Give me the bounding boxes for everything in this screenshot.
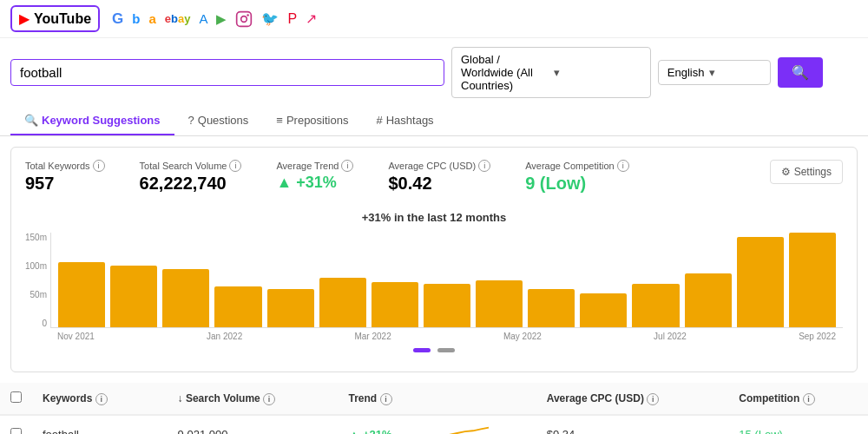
svg-rect-0 bbox=[237, 11, 252, 26]
chart-bar bbox=[685, 273, 732, 327]
chart-bar bbox=[110, 266, 157, 327]
tabs-bar: 🔍 Keyword Suggestions ? Questions ≡ Prep… bbox=[0, 107, 868, 136]
search-input[interactable] bbox=[20, 65, 435, 80]
tab-prepositions[interactable]: ≡ Prepositions bbox=[262, 107, 362, 135]
playstore-icon[interactable]: ▶ bbox=[216, 11, 227, 27]
instagram-icon[interactable] bbox=[235, 10, 253, 28]
bing-icon[interactable]: b bbox=[132, 11, 140, 26]
twitter-icon[interactable]: 🐦 bbox=[261, 10, 279, 27]
location-dropdown-icon: ▾ bbox=[554, 66, 641, 79]
chart-legend-dots bbox=[25, 348, 843, 352]
google-icon[interactable]: G bbox=[112, 10, 123, 28]
row-checkbox-input-0[interactable] bbox=[10, 428, 22, 435]
svg-point-1 bbox=[241, 16, 247, 22]
average-competition-stat: Average Competition i 9 (Low) bbox=[525, 160, 629, 194]
total-keywords-value: 957 bbox=[25, 174, 105, 194]
settings-gear-icon: ⚙ bbox=[781, 166, 791, 178]
total-keywords-info[interactable]: i bbox=[93, 160, 105, 172]
search-volume-col-info[interactable]: i bbox=[263, 393, 275, 405]
table-row: football 9,021,000 ▲ +21% $0.34 15 (Low) bbox=[0, 415, 868, 434]
average-cpc-value: $0.42 bbox=[388, 174, 490, 194]
total-search-volume-info[interactable]: i bbox=[229, 160, 241, 172]
chart-bars bbox=[50, 233, 843, 328]
tab-questions[interactable]: ? Questions bbox=[174, 107, 263, 135]
chart-body: Nov 2021 Jan 2022 Mar 2022 May 2022 Jul … bbox=[50, 233, 843, 341]
table-header-row: Keywords i ↓ Search Volume i Trend i Ave… bbox=[0, 383, 868, 415]
select-all-checkbox[interactable] bbox=[10, 391, 22, 403]
chart-bar bbox=[580, 293, 627, 327]
chart-bar bbox=[424, 284, 470, 327]
youtube-label: YouTube bbox=[34, 11, 91, 27]
top-bar: ▶ YouTube G b a ebay A ▶ 🐦 P ↗ bbox=[0, 0, 868, 38]
search-box[interactable] bbox=[10, 59, 444, 86]
keyword-suggestions-icon: 🔍 bbox=[24, 114, 38, 127]
average-trend-value: ▲ +31% bbox=[276, 174, 353, 192]
language-dropdown-icon: ▾ bbox=[709, 66, 715, 79]
prepositions-icon: ≡ bbox=[276, 114, 283, 127]
chart-bar bbox=[476, 280, 523, 327]
total-search-volume-stat: Total Search Volume i 62,222,740 bbox=[140, 160, 242, 194]
chart-x-labels: Nov 2021 Jan 2022 Mar 2022 May 2022 Jul … bbox=[50, 328, 843, 341]
header-competition: Competition i bbox=[728, 383, 868, 415]
tab-keyword-suggestions[interactable]: 🔍 Keyword Suggestions bbox=[10, 107, 174, 135]
stats-card: Total Keywords i 957 Total Search Volume… bbox=[10, 147, 858, 372]
average-trend-info[interactable]: i bbox=[341, 160, 353, 172]
ebay-icon[interactable]: ebay bbox=[165, 12, 191, 25]
chart-bar bbox=[214, 286, 261, 327]
total-keywords-stat: Total Keywords i 957 bbox=[25, 160, 105, 194]
settings-button[interactable]: ⚙ Settings bbox=[770, 160, 843, 184]
sparkline-chart-0 bbox=[441, 424, 493, 434]
appstore-icon[interactable]: A bbox=[199, 11, 207, 26]
chart-bar bbox=[632, 284, 679, 327]
youtube-logo-box[interactable]: ▶ YouTube bbox=[10, 5, 100, 32]
chart-y-axis: 150m 100m 50m 0 bbox=[25, 233, 47, 328]
chart-dot-2 bbox=[437, 348, 455, 352]
chart-bar bbox=[528, 289, 575, 327]
row-sparkline-0 bbox=[431, 415, 536, 434]
chart-bar bbox=[372, 282, 418, 327]
average-competition-info[interactable]: i bbox=[617, 160, 629, 172]
svg-point-2 bbox=[247, 14, 250, 16]
stats-row: Total Keywords i 957 Total Search Volume… bbox=[25, 160, 843, 194]
search-row: Global / Worldwide (All Countries) ▾ Eng… bbox=[0, 38, 868, 107]
amazon-icon[interactable]: a bbox=[148, 11, 155, 26]
header-checkbox bbox=[0, 383, 32, 415]
trend-up-icon-0: ▲ bbox=[349, 428, 360, 434]
location-select[interactable]: Global / Worldwide (All Countries) ▾ bbox=[451, 47, 651, 98]
table-section: Keywords i ↓ Search Volume i Trend i Ave… bbox=[0, 383, 868, 434]
row-search-volume-0: 9,021,000 bbox=[168, 415, 339, 434]
avg-cpc-col-info[interactable]: i bbox=[647, 393, 659, 405]
chart-section: +31% in the last 12 months 150m 100m 50m… bbox=[25, 204, 843, 359]
header-keywords: Keywords i bbox=[32, 383, 168, 415]
hashtags-icon: # bbox=[376, 114, 382, 127]
header-search-volume[interactable]: ↓ Search Volume i bbox=[168, 383, 339, 415]
chart-bar bbox=[737, 237, 784, 327]
total-search-volume-value: 62,222,740 bbox=[140, 174, 242, 194]
chart-bar bbox=[267, 289, 314, 327]
tab-hashtags[interactable]: # Hashtags bbox=[362, 107, 447, 135]
language-label: English bbox=[667, 66, 705, 79]
questions-icon: ? bbox=[188, 114, 194, 127]
trends-icon[interactable]: ↗ bbox=[306, 10, 317, 27]
row-trend-0: ▲ +21% bbox=[339, 415, 431, 434]
chart-bar bbox=[319, 278, 366, 327]
language-select[interactable]: English ▾ bbox=[658, 60, 771, 85]
search-icon: 🔍 bbox=[792, 65, 809, 80]
pinterest-icon[interactable]: P bbox=[287, 11, 297, 27]
search-button[interactable]: 🔍 bbox=[778, 57, 823, 88]
average-cpc-info[interactable]: i bbox=[478, 160, 490, 172]
keywords-table: Keywords i ↓ Search Volume i Trend i Ave… bbox=[0, 383, 868, 434]
row-cpc-0: $0.34 bbox=[536, 415, 729, 434]
average-cpc-stat: Average CPC (USD) i $0.42 bbox=[388, 160, 490, 194]
row-checkbox-0 bbox=[0, 415, 32, 434]
youtube-icon: ▶ bbox=[19, 10, 30, 27]
average-competition-value: 9 (Low) bbox=[525, 174, 629, 194]
trend-col-info[interactable]: i bbox=[380, 393, 392, 405]
chart-title: +31% in the last 12 months bbox=[25, 211, 843, 224]
trend-arrow-up: ▲ bbox=[276, 174, 296, 191]
keywords-col-info[interactable]: i bbox=[95, 393, 108, 405]
chart-bar bbox=[58, 262, 105, 327]
chart-bar bbox=[789, 233, 836, 327]
location-label: Global / Worldwide (All Countries) bbox=[461, 53, 549, 92]
competition-col-info[interactable]: i bbox=[803, 393, 815, 405]
